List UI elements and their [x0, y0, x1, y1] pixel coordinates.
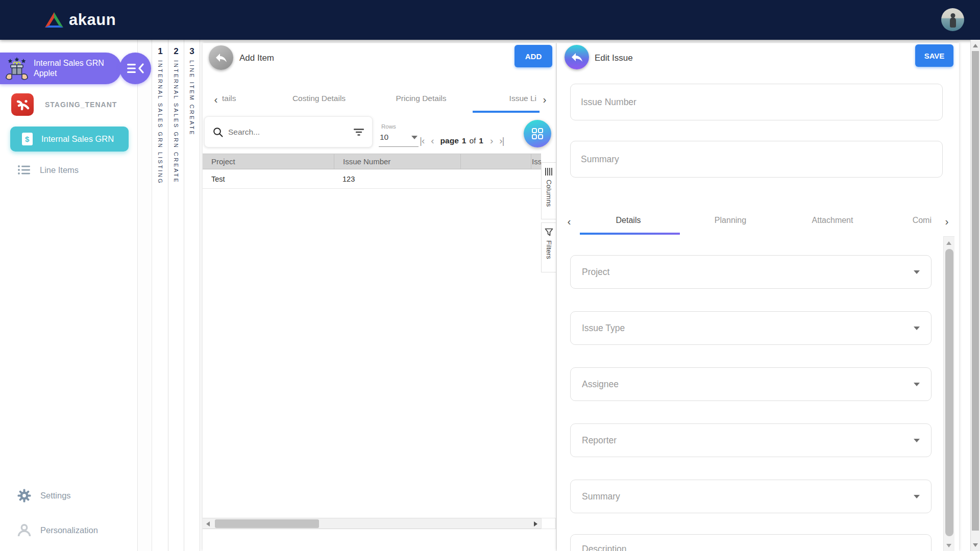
search-bar	[204, 116, 373, 147]
save-button[interactable]: SAVE	[915, 44, 953, 67]
sidebar-item-personalization[interactable]: Personalization	[17, 521, 98, 539]
window-scrollbar[interactable]	[970, 40, 980, 551]
menu-open-icon	[126, 62, 144, 74]
scroll-down-arrow-icon[interactable]	[973, 543, 978, 547]
rows-label: Rows	[381, 123, 396, 130]
summary-dropdown[interactable]: Summary	[570, 480, 932, 513]
filters-label: Filters	[545, 240, 553, 259]
scroll-left-arrow-icon[interactable]	[206, 521, 210, 527]
edit-issue-panel: Edit Issue SAVE ‹ Details Planning Attac…	[557, 43, 959, 551]
rail-number: 3	[189, 46, 194, 57]
tenant-logo-icon	[11, 93, 34, 116]
rail-label: INTERNAL SALES GRN CREATE	[173, 60, 179, 184]
dropdown-placeholder: Reporter	[582, 435, 617, 446]
first-page-button[interactable]: |‹	[420, 135, 424, 146]
issue-number-field[interactable]	[570, 84, 943, 120]
tab-comments-partial[interactable]: Comi	[884, 216, 932, 225]
tab-details-active[interactable]: Details	[577, 216, 679, 225]
of-word: of	[469, 136, 476, 145]
table-header: Project Issue Number Issu	[203, 154, 541, 169]
tabs-scroll-right-icon[interactable]: ›	[540, 93, 550, 106]
tabs-scroll-left-icon[interactable]: ‹	[564, 215, 574, 228]
panel-scrollbar-thumb[interactable]	[945, 249, 953, 536]
panel-scrollbar[interactable]	[943, 236, 954, 551]
sidebar-gutter	[138, 40, 152, 551]
tab-pricing-details[interactable]: Pricing Details	[372, 94, 471, 103]
add-item-panel: Add Item ADD ‹ tails Costing Details Pri…	[203, 43, 556, 551]
chevron-down-icon	[914, 439, 920, 442]
add-button[interactable]: ADD	[514, 45, 552, 67]
column-header-blank	[460, 154, 531, 169]
dropdown-placeholder: Summary	[582, 491, 620, 502]
page-word: page	[440, 136, 459, 145]
rows-per-page-select[interactable]: 10	[379, 133, 419, 147]
project-dropdown[interactable]: Project	[570, 255, 932, 289]
sidebar-item-internal-sales-grn[interactable]: $ Internal Sales GRN	[10, 127, 129, 152]
tabs-scroll-left-icon[interactable]: ‹	[211, 93, 221, 106]
reporter-dropdown[interactable]: Reporter	[570, 423, 932, 457]
sidebar-collapse-button[interactable]	[119, 53, 151, 84]
horizontal-scrollbar[interactable]	[203, 518, 541, 529]
last-page-button[interactable]: ›|	[499, 135, 504, 146]
rail-number: 2	[174, 46, 178, 57]
current-page: 1	[462, 136, 467, 145]
back-arrow-icon	[570, 52, 583, 63]
horizontal-scrollbar-thumb[interactable]	[215, 519, 319, 528]
gift-hands-icon	[4, 56, 30, 81]
filter-list-icon[interactable]	[354, 128, 364, 136]
sidebar-item-line-items[interactable]: Line Items	[17, 161, 79, 179]
akaun-triangle-icon	[44, 11, 64, 29]
user-avatar[interactable]	[941, 8, 964, 31]
tabs-scroll-right-icon[interactable]: ›	[942, 215, 952, 228]
tab-details-partial[interactable]: tails	[222, 94, 253, 103]
tab-issue-list-active[interactable]: Issue Li	[473, 94, 540, 103]
avatar-photo-silhouette	[950, 17, 956, 28]
table-row[interactable]: Test 123	[203, 170, 541, 189]
sidebar-item-label: Settings	[40, 491, 71, 500]
applet-header: Internal Sales GRN Applet	[0, 53, 121, 84]
next-page-button[interactable]: ›	[490, 135, 493, 146]
filters-button[interactable]: Filters	[541, 222, 556, 272]
rail-line-item-create[interactable]: 3 LINE ITEM CREATE	[184, 40, 200, 551]
issue-number-input[interactable]	[581, 97, 932, 108]
scrollbar-corner	[541, 518, 556, 529]
search-input[interactable]	[228, 128, 349, 137]
columns-icon	[545, 168, 553, 176]
issue-type-dropdown[interactable]: Issue Type	[570, 311, 932, 345]
grid-view-button[interactable]	[524, 120, 551, 147]
previous-page-button[interactable]: ‹	[431, 135, 433, 146]
scroll-down-arrow-icon[interactable]	[946, 544, 951, 547]
scroll-right-arrow-icon[interactable]	[534, 521, 537, 527]
scroll-up-arrow-icon[interactable]	[946, 241, 951, 245]
cell-project: Test	[203, 170, 334, 188]
svg-text:$: $	[25, 135, 30, 143]
rail-internal-sales-grn-create[interactable]: 2 INTERNAL SALES GRN CREATE	[168, 40, 184, 551]
scroll-up-arrow-icon[interactable]	[973, 44, 978, 47]
chevron-down-icon	[914, 327, 920, 330]
add-item-tab-bar: ‹ tails Costing Details Pricing Details …	[203, 87, 556, 113]
brand-logo: akaun	[44, 10, 116, 30]
tab-attachment[interactable]: Attachment	[781, 216, 884, 225]
tab-costing-details[interactable]: Costing Details	[270, 94, 369, 103]
sidebar-item-label: Line Items	[40, 165, 79, 175]
rail-label: LINE ITEM CREATE	[189, 60, 195, 136]
panel-title: Edit Issue	[595, 53, 633, 63]
sidebar-item-settings[interactable]: Settings	[17, 487, 71, 504]
tenant-row[interactable]: STAGING_TENANT	[11, 92, 117, 117]
description-field[interactable]: Description	[570, 534, 932, 551]
brand-name: akaun	[69, 11, 116, 29]
assignee-dropdown[interactable]: Assignee	[570, 367, 932, 401]
rail-internal-sales-grn-listing[interactable]: 1 INTERNAL SALES GRN LISTING	[153, 40, 168, 551]
breadcrumb-rails: 1 INTERNAL SALES GRN LISTING 2 INTERNAL …	[153, 40, 200, 551]
window-scrollbar-thumb[interactable]	[972, 51, 979, 531]
tab-planning[interactable]: Planning	[679, 216, 781, 225]
summary-field[interactable]	[570, 141, 943, 178]
pagination: |‹ ‹ page 1 of 1 › ›|	[420, 133, 504, 149]
columns-button[interactable]: Columns	[541, 162, 556, 219]
back-button[interactable]	[209, 45, 233, 70]
back-button[interactable]	[565, 45, 589, 69]
column-header-project: Project	[203, 154, 334, 169]
summary-input[interactable]	[581, 154, 932, 165]
total-pages: 1	[479, 136, 483, 145]
chevron-down-icon	[914, 383, 920, 386]
